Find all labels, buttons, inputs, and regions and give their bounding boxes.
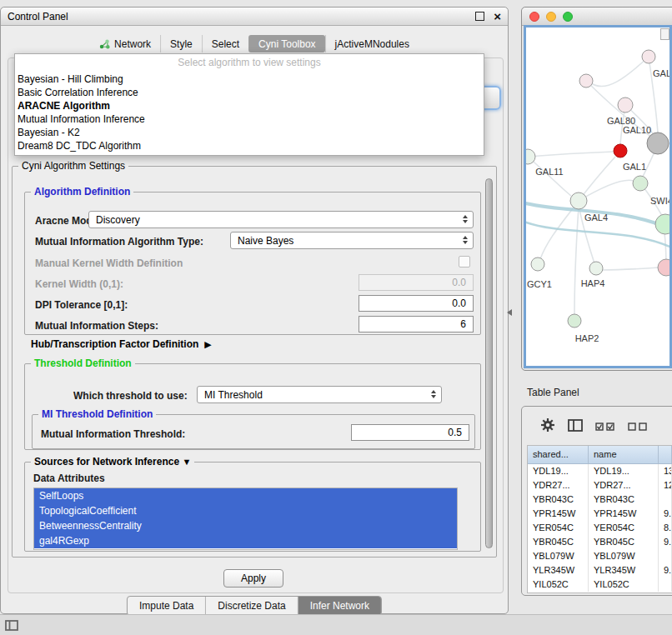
close-icon[interactable]: ×	[494, 10, 501, 22]
table-cell: 9.	[659, 535, 672, 549]
gear-icon[interactable]	[540, 418, 555, 436]
table-panel-label: Table Panel	[527, 387, 579, 398]
bottom-tab-impute-data[interactable]: Impute Data	[128, 597, 205, 615]
node-swi4[interactable]	[655, 214, 672, 234]
float-window-icon[interactable]	[475, 12, 484, 21]
table-row[interactable]: YDR27... YDR27... 12	[528, 478, 672, 492]
manual-kernel-width-checkbox	[459, 256, 470, 268]
tab-label: Network	[114, 38, 151, 50]
bottom-tab-infer-network[interactable]: Infer Network	[298, 597, 381, 615]
table-row[interactable]: YBL079W YBL079W	[528, 549, 672, 563]
tab-style[interactable]: Style	[160, 35, 202, 52]
dropdown-item[interactable]: Mutual Information Inference	[15, 112, 484, 126]
node-gal4[interactable]	[570, 192, 587, 209]
field-value: 0.0	[452, 298, 466, 309]
table-cell: YBR045C	[589, 535, 659, 549]
select-all-icon[interactable]	[595, 419, 615, 434]
attributes-list[interactable]: SelfLoops TopologicalCoefficient Between…	[33, 488, 458, 550]
dropdown-item[interactable]: Bayesian - K2	[15, 126, 484, 139]
network-icon	[99, 39, 110, 49]
zoom-traffic-light-icon[interactable]	[563, 12, 573, 22]
aracne-mode-select[interactable]: Discovery	[88, 211, 474, 228]
node-label: HAP4	[581, 278, 605, 288]
node-gal80[interactable]	[618, 98, 633, 112]
mi-steps-input[interactable]: 6	[359, 316, 474, 332]
table-cell: YBR043C	[589, 492, 659, 507]
node-label: GAL10	[623, 125, 651, 135]
kernel-width-label: Kernel Width (0,1):	[35, 278, 123, 290]
node-label: HAP2	[575, 333, 599, 343]
node-gcy1[interactable]	[531, 258, 544, 271]
mi-threshold-input[interactable]: 0.5	[351, 424, 469, 441]
table-cell: YBR043C	[528, 492, 589, 507]
node-hap2[interactable]	[568, 314, 581, 328]
tab-cyni-toolbox[interactable]: Cyni Toolbox	[248, 35, 324, 52]
scrollbar-thumb[interactable]	[485, 178, 493, 548]
node-gal10-red[interactable]	[614, 144, 627, 158]
sources-section-toggle[interactable]: Sources for Network Inference ▼	[31, 456, 194, 468]
tab-select[interactable]: Select	[202, 35, 248, 52]
bottom-tab-bar: Impute Data Discretize Data Infer Networ…	[127, 596, 382, 616]
table-toolbar	[540, 418, 648, 436]
hub-section-toggle[interactable]: Hub/Transcription Factor Definition ▶	[31, 338, 212, 350]
sources-group: Sources for Network Inference ▼ Data Att…	[24, 462, 481, 552]
table-row[interactable]: YER054C YER054C 8.	[528, 521, 672, 535]
table-row[interactable]: YLR345W YLR345W 9.	[528, 563, 672, 578]
dpi-tolerance-input[interactable]: 0.0	[359, 295, 474, 312]
mi-algorithm-type-label: Mutual Information Algorithm Type:	[35, 236, 203, 248]
dropdown-item[interactable]: Dream8 DC_TDC Algorithm	[15, 139, 484, 152]
table-cell: YPR145W	[528, 507, 589, 521]
node-gal7[interactable]	[642, 50, 655, 63]
network-canvas[interactable]: GAL7 GAL80 GAL10 GAL11 GAL1 SWI4 GAL4 GC…	[524, 25, 672, 368]
table-row[interactable]: YIL052C YIL052C	[528, 578, 672, 592]
tab-label: Select	[212, 38, 239, 50]
node-gal1[interactable]	[633, 176, 648, 191]
table-row[interactable]: YBR043C YBR043C	[528, 492, 672, 507]
control-panel-titlebar[interactable]: Control Panel ×	[1, 8, 508, 26]
attribute-item[interactable]: gal4RGexp	[34, 533, 457, 548]
attribute-item[interactable]: TopologicalCoefficient	[34, 503, 457, 518]
table-row[interactable]: YBR045C YBR045C 9.	[528, 535, 672, 549]
attribute-item[interactable]: BetweennessCentrality	[34, 518, 457, 533]
deselect-all-icon[interactable]	[628, 419, 648, 434]
bottom-tab-discretize-data[interactable]: Discretize Data	[205, 597, 297, 615]
table-header-row: shared... name	[528, 446, 672, 464]
node-gal10-gray[interactable]	[647, 132, 669, 154]
manual-kernel-width-label: Manual Kernel Width Definition	[35, 258, 183, 269]
mi-algorithm-type-select[interactable]: Naive Bayes	[230, 232, 474, 249]
table-cell: 9.	[659, 563, 672, 578]
table-header-cell[interactable]: name	[589, 446, 659, 463]
table-cell: YIL052C	[589, 578, 659, 592]
algorithm-definition-group: Algorithm Definition Aracne Mode: Discov…	[24, 192, 481, 335]
threshold-definition-group: Threshold Definition Which threshold to …	[24, 363, 481, 450]
table-header-cell[interactable]: shared...	[528, 446, 589, 463]
table-row[interactable]: YDL19... YDL19... 13	[528, 464, 672, 478]
which-threshold-select[interactable]: MI Threshold	[197, 386, 442, 403]
dropdown-item[interactable]: Basic Correlation Inference	[15, 86, 484, 99]
dropdown-item-selected[interactable]: ARACNE Algorithm	[15, 99, 484, 112]
minimize-traffic-light-icon[interactable]	[546, 12, 556, 22]
network-window-titlebar[interactable]	[522, 8, 672, 26]
table-row[interactable]: YPR145W YPR145W 9.	[528, 507, 672, 521]
dropdown-item[interactable]: Bayesian - Hill Climbing	[15, 72, 484, 86]
tab-jactivemnodules[interactable]: jActiveMNodules	[325, 35, 419, 52]
node-hap4[interactable]	[589, 262, 603, 275]
table-header-cell[interactable]	[659, 446, 672, 463]
tab-network[interactable]: Network	[90, 35, 160, 52]
settings-scrollbar[interactable]	[485, 178, 493, 548]
data-attributes-label: Data Attributes	[33, 472, 105, 484]
node-unlabeled[interactable]	[579, 74, 593, 88]
close-traffic-light-icon[interactable]	[529, 12, 539, 22]
attribute-item[interactable]: SelfLoops	[34, 488, 457, 503]
apply-button[interactable]: Apply	[223, 569, 283, 588]
panel-splitter-collapse-icon[interactable]	[507, 309, 512, 316]
columns-icon[interactable]	[568, 419, 583, 435]
bottom-status-strip	[0, 614, 672, 635]
node-pink[interactable]	[658, 259, 672, 276]
combo-value: Naive Bayes	[238, 235, 293, 247]
table-cell: YDR27...	[528, 478, 589, 492]
table-cell: YLR345W	[528, 563, 589, 578]
group-title: Algorithm Definition	[31, 186, 133, 198]
panel-toggle-icon[interactable]	[5, 619, 18, 634]
table-cell: 13	[659, 464, 672, 478]
